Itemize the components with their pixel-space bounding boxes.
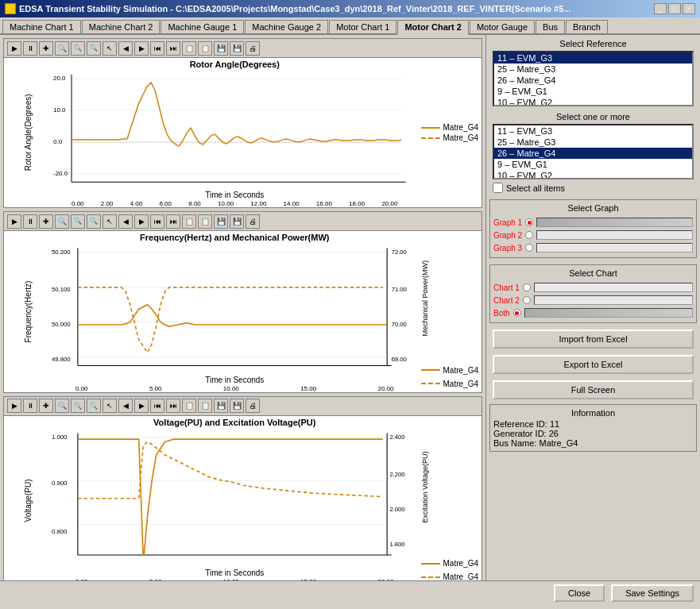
pause-btn-3[interactable]: ⏸ bbox=[23, 399, 37, 413]
next-btn-2[interactable]: ▶ bbox=[134, 214, 149, 229]
close-button[interactable]: Close bbox=[554, 584, 605, 602]
print-btn-2[interactable]: 🖨 bbox=[246, 214, 260, 229]
tab-machine-chart-1[interactable]: Machine Chart 1 bbox=[2, 20, 81, 33]
tab-motor-gauge[interactable]: Motor Gauge bbox=[470, 20, 535, 33]
save-btn-2[interactable]: 💾 bbox=[214, 214, 228, 229]
chart3-toolbar: ▶ ⏸ ✚ 🔍 🔍 🔍 ↖ ◀ ▶ ⏮ ⏭ 📋 📋 💾 💾 🖨 bbox=[4, 397, 481, 416]
first-btn-2[interactable]: ⏮ bbox=[150, 214, 164, 229]
tab-machine-chart-2[interactable]: Machine Chart 2 bbox=[82, 20, 160, 33]
chart1-slider[interactable] bbox=[534, 283, 693, 292]
add-btn-3[interactable]: ✚ bbox=[39, 399, 53, 413]
play-btn-2[interactable]: ▶ bbox=[7, 214, 21, 229]
chart2-y-label: Frequency(Hertz) bbox=[4, 231, 52, 391]
next-btn-3[interactable]: ▶ bbox=[134, 399, 149, 413]
both-slider[interactable] bbox=[524, 308, 693, 318]
add-btn-2[interactable]: ✚ bbox=[39, 214, 53, 229]
minimize-button[interactable]: _ bbox=[654, 3, 667, 14]
export-btn-3[interactable]: 💾 bbox=[230, 399, 244, 413]
graph1-radio[interactable] bbox=[525, 218, 533, 226]
paste-btn-3[interactable]: 📋 bbox=[198, 399, 212, 413]
chart1-row: Chart 1 bbox=[493, 281, 693, 294]
svg-text:0.900: 0.900 bbox=[52, 480, 67, 487]
graph1-slider[interactable] bbox=[536, 218, 693, 227]
zoom-fit-btn-1[interactable]: 🔍 bbox=[87, 41, 101, 56]
save-settings-button[interactable]: Save Settings bbox=[611, 584, 694, 602]
copy-btn-1[interactable]: 📋 bbox=[182, 41, 196, 56]
zoom-in-btn-3[interactable]: 🔍 bbox=[55, 399, 69, 413]
prev-btn-3[interactable]: ◀ bbox=[118, 399, 133, 413]
ref-item-3[interactable]: 26 – Matre_G4 bbox=[494, 75, 692, 86]
both-radio[interactable] bbox=[513, 309, 521, 317]
reference-listbox[interactable]: 11 – EVM_G3 25 – Matre_G3 26 – Matre_G4 … bbox=[493, 51, 694, 106]
cursor-btn-1[interactable]: ↖ bbox=[102, 41, 117, 56]
last-btn-2[interactable]: ⏭ bbox=[166, 214, 180, 229]
tab-motor-chart-1[interactable]: Motor Chart 1 bbox=[329, 20, 396, 33]
play-btn-3[interactable]: ▶ bbox=[7, 399, 21, 413]
print-btn-3[interactable]: 🖨 bbox=[246, 399, 260, 413]
more-item-3[interactable]: 26 – Matre_G4 bbox=[494, 148, 692, 159]
graph2-slider[interactable] bbox=[536, 230, 693, 240]
svg-text:70.00: 70.00 bbox=[392, 321, 407, 328]
maximize-button[interactable]: □ bbox=[668, 3, 681, 14]
copy-btn-2[interactable]: 📋 bbox=[182, 214, 196, 229]
svg-text:50.100: 50.100 bbox=[52, 286, 70, 293]
save-btn-1[interactable]: 💾 bbox=[214, 41, 228, 56]
more-item-1[interactable]: 11 – EVM_G3 bbox=[494, 125, 692, 137]
close-window-button[interactable]: × bbox=[683, 3, 695, 14]
graph2-label: Graph 2 bbox=[493, 231, 522, 240]
select-more-group: Select one or more 11 – EVM_G3 25 – Matr… bbox=[489, 111, 697, 195]
ref-item-1[interactable]: 11 – EVM_G3 bbox=[494, 52, 692, 64]
full-screen-button[interactable]: Full Screen bbox=[493, 380, 694, 399]
tab-branch[interactable]: Branch bbox=[566, 20, 608, 33]
import-excel-button[interactable]: Import from Excel bbox=[493, 330, 694, 349]
export-btn-1[interactable]: 💾 bbox=[230, 41, 244, 56]
zoom-fit-btn-3[interactable]: 🔍 bbox=[87, 399, 101, 413]
zoom-out-btn-2[interactable]: 🔍 bbox=[71, 214, 85, 229]
cursor-btn-2[interactable]: ↖ bbox=[102, 214, 117, 229]
prev-btn-1[interactable]: ◀ bbox=[118, 41, 133, 56]
zoom-fit-btn-2[interactable]: 🔍 bbox=[87, 214, 101, 229]
more-item-5[interactable]: 10 – EVM_G2 bbox=[494, 170, 692, 179]
graph3-slider[interactable] bbox=[536, 243, 693, 252]
chart1-radio[interactable] bbox=[523, 283, 531, 291]
export-btn-2[interactable]: 💾 bbox=[230, 214, 244, 229]
chart2-radio[interactable] bbox=[523, 296, 531, 304]
copy-btn-3[interactable]: 📋 bbox=[182, 399, 196, 413]
graph2-radio[interactable] bbox=[525, 231, 533, 239]
svg-text:-20.0: -20.0 bbox=[53, 170, 68, 177]
zoom-out-btn-3[interactable]: 🔍 bbox=[71, 399, 85, 413]
save-btn-3[interactable]: 💾 bbox=[214, 399, 228, 413]
more-item-4[interactable]: 9 – EVM_G1 bbox=[494, 159, 692, 170]
last-btn-3[interactable]: ⏭ bbox=[166, 399, 180, 413]
zoom-in-btn-2[interactable]: 🔍 bbox=[55, 214, 69, 229]
ref-item-5[interactable]: 10 – EVM_G2 bbox=[494, 97, 692, 106]
pause-btn-2[interactable]: ⏸ bbox=[23, 214, 37, 229]
export-excel-button[interactable]: Export to Excel bbox=[493, 355, 694, 374]
play-btn-1[interactable]: ▶ bbox=[7, 41, 21, 56]
ref-item-2[interactable]: 25 – Matre_G3 bbox=[494, 64, 692, 75]
prev-btn-2[interactable]: ◀ bbox=[118, 214, 133, 229]
zoom-in-btn-1[interactable]: 🔍 bbox=[55, 41, 69, 56]
tab-motor-chart-2[interactable]: Motor Chart 2 bbox=[397, 20, 469, 35]
graph3-radio[interactable] bbox=[525, 244, 533, 252]
tab-machine-gauge-2[interactable]: Machine Gauge 2 bbox=[245, 20, 328, 33]
tab-machine-gauge-1[interactable]: Machine Gauge 1 bbox=[160, 20, 244, 33]
ref-item-4[interactable]: 9 – EVM_G1 bbox=[494, 86, 692, 97]
zoom-out-btn-1[interactable]: 🔍 bbox=[71, 41, 85, 56]
tab-bus[interactable]: Bus bbox=[536, 20, 565, 33]
paste-btn-1[interactable]: 📋 bbox=[198, 41, 212, 56]
print-btn-1[interactable]: 🖨 bbox=[246, 41, 260, 56]
more-listbox[interactable]: 11 – EVM_G3 25 – Matre_G3 26 – Matre_G4 … bbox=[493, 124, 694, 179]
first-btn-1[interactable]: ⏮ bbox=[150, 41, 164, 56]
paste-btn-2[interactable]: 📋 bbox=[198, 214, 212, 229]
select-all-checkbox[interactable] bbox=[493, 183, 503, 193]
add-btn-1[interactable]: ✚ bbox=[39, 41, 53, 56]
next-btn-1[interactable]: ▶ bbox=[134, 41, 149, 56]
last-btn-1[interactable]: ⏭ bbox=[166, 41, 180, 56]
pause-btn-1[interactable]: ⏸ bbox=[23, 41, 37, 56]
chart2-slider[interactable] bbox=[534, 295, 693, 305]
more-item-2[interactable]: 25 – Matre_G3 bbox=[494, 137, 692, 148]
right-panel: Select Reference 11 – EVM_G3 25 – Matre_… bbox=[485, 35, 700, 580]
cursor-btn-3[interactable]: ↖ bbox=[102, 399, 117, 413]
first-btn-3[interactable]: ⏮ bbox=[150, 399, 164, 413]
